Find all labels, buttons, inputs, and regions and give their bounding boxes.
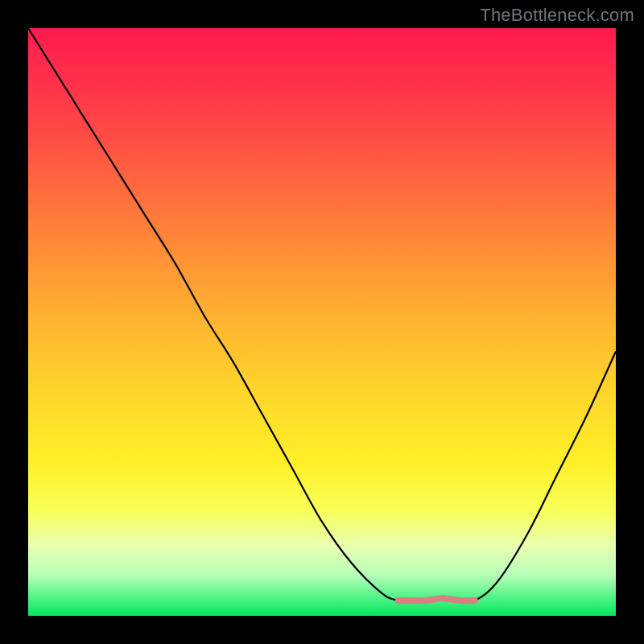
- flat-highlight: [398, 598, 475, 601]
- watermark-text: TheBottleneck.com: [480, 5, 634, 26]
- curve-svg: [28, 28, 616, 616]
- plot-area: [28, 28, 616, 616]
- chart-frame: TheBottleneck.com: [0, 0, 644, 644]
- main-curve: [28, 28, 616, 602]
